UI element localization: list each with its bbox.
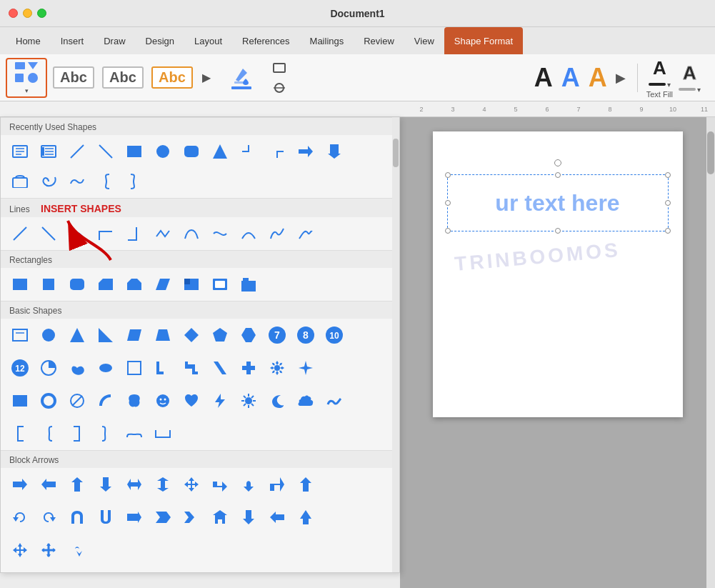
shape-line[interactable] (6, 220, 34, 247)
shape-basic-text[interactable] (6, 322, 34, 349)
shape-trapezoid[interactable] (149, 322, 176, 349)
shape-diagonal-stripe[interactable] (206, 354, 234, 382)
shape-gear[interactable] (264, 354, 291, 382)
shape-frame[interactable] (206, 271, 234, 298)
shape-arrow-down[interactable] (321, 138, 348, 165)
tab-home[interactable]: Home (6, 27, 51, 54)
shape-arrow-u-turn[interactable] (235, 471, 262, 498)
shape-textbox[interactable] (6, 138, 34, 165)
shape-frame2[interactable] (92, 354, 119, 382)
tab-references[interactable]: References (232, 27, 299, 54)
shape-list[interactable] (35, 138, 62, 165)
resize-handle-tc[interactable] (555, 172, 561, 178)
shape-rounded-rect[interactable] (178, 138, 205, 165)
shape-arrow-4way2[interactable] (6, 537, 34, 564)
shape-arrow-u2[interactable] (92, 504, 119, 531)
shape-bracket-l[interactable] (6, 420, 34, 447)
shape-sun[interactable] (235, 387, 262, 414)
shape-arrow-elbow[interactable] (206, 471, 234, 498)
shape-rect-corner[interactable] (178, 271, 205, 298)
shape-curved-2[interactable] (178, 220, 205, 247)
shape-rect-outline[interactable] (121, 354, 148, 382)
abc-style-3[interactable]: Abc (149, 58, 196, 98)
shape-arrow-right-block[interactable] (6, 471, 34, 498)
shape-bracket-r[interactable] (64, 420, 91, 447)
vertical-scrollbar[interactable] (706, 117, 715, 588)
shape-rect-diagonal[interactable] (149, 271, 176, 298)
shape-brace-r[interactable] (92, 420, 119, 447)
tab-review[interactable]: Review (354, 27, 404, 54)
shape-arrow-wide[interactable] (121, 504, 148, 531)
shape-num7[interactable]: 7 (264, 322, 291, 349)
shape-arrow-up2[interactable] (292, 471, 319, 498)
shape-arrow-funnel[interactable] (206, 504, 234, 531)
shape-line-2[interactable] (35, 220, 62, 247)
text-style-blue[interactable]: A (561, 63, 580, 93)
scrollbar-thumb[interactable] (707, 131, 714, 174)
text-style-black[interactable]: A (534, 63, 553, 93)
abc-style-2[interactable]: Abc (99, 58, 146, 98)
shape-curved-line[interactable] (64, 220, 91, 247)
styles-more-button[interactable]: ▶ (198, 58, 215, 98)
shape-hexagon[interactable] (235, 322, 262, 349)
minimize-button[interactable] (23, 9, 32, 18)
tab-draw[interactable]: Draw (94, 27, 135, 54)
text-fill-group[interactable]: A ▾ Text Fill (646, 57, 673, 99)
shape-bracket2[interactable] (149, 420, 176, 447)
resize-handle-bl[interactable] (445, 228, 451, 234)
text-outline-group[interactable]: A ▾ (679, 62, 701, 94)
shape-rect-fill[interactable] (6, 271, 34, 298)
shape-arrow-uturn2[interactable] (64, 504, 91, 531)
tab-shape-format[interactable]: Shape Format (444, 27, 523, 54)
shape-circle-fill[interactable] (35, 322, 62, 349)
shape-arrow-chevron2[interactable] (178, 504, 205, 531)
shape-freeform[interactable] (264, 220, 291, 247)
shape-num12[interactable]: 12 (6, 354, 34, 382)
shapes-scrollbar[interactable] (392, 117, 399, 572)
shape-arrow-left2[interactable] (264, 504, 291, 531)
shape-cloud[interactable] (292, 387, 319, 414)
shape-circle[interactable] (149, 138, 176, 165)
resize-handle-tl[interactable] (445, 172, 451, 178)
shape-zigzag[interactable] (149, 220, 176, 247)
shape-star4[interactable] (292, 354, 319, 382)
tab-insert[interactable]: Insert (51, 27, 94, 54)
maximize-button[interactable] (37, 9, 46, 18)
shape-arrow-down-block[interactable] (92, 471, 119, 498)
resize-handle-ml[interactable] (445, 200, 451, 206)
abc-style-1[interactable]: Abc (50, 58, 97, 98)
shape-rectangle[interactable] (121, 138, 148, 165)
shape-wavy[interactable] (64, 168, 91, 195)
shape-elbow-connector[interactable] (235, 138, 262, 165)
shape-effects-button[interactable] (264, 79, 295, 96)
shape-rect-snip[interactable] (92, 271, 119, 298)
shape-rounded-rect-2[interactable] (6, 168, 34, 195)
shape-triangle[interactable] (206, 138, 234, 165)
shape-arrow-down2[interactable] (235, 504, 262, 531)
shape-irregular[interactable] (121, 387, 148, 414)
shape-heart[interactable] (178, 387, 205, 414)
shape-brace-l[interactable] (35, 420, 62, 447)
shape-brace-right[interactable] (121, 168, 148, 195)
shape-ring[interactable] (35, 387, 62, 414)
shape-line-diagonal[interactable] (64, 138, 91, 165)
shape-arc2[interactable] (92, 387, 119, 414)
shape-wave[interactable] (321, 387, 348, 414)
shape-arrow-ccw[interactable] (6, 504, 34, 531)
shape-pentagon[interactable] (206, 322, 234, 349)
shape-arrow-uturn3[interactable] (64, 537, 91, 564)
shape-diamond[interactable] (178, 322, 205, 349)
shape-lightning[interactable] (206, 387, 234, 414)
resize-handle-bc[interactable] (555, 228, 561, 234)
resize-handle-tr[interactable] (665, 172, 671, 178)
shape-arrow-up-block[interactable] (64, 471, 91, 498)
resize-handle-mr[interactable] (665, 200, 671, 206)
shape-arrow-chevron[interactable] (149, 504, 176, 531)
shape-brace2[interactable] (121, 420, 148, 447)
tab-layout[interactable]: Layout (184, 27, 232, 54)
shape-fill-button[interactable] (224, 59, 259, 97)
shape-arc[interactable] (235, 220, 262, 247)
tab-design[interactable]: Design (136, 27, 184, 54)
shape-arrow-cw[interactable] (35, 504, 62, 531)
text-fill-dropdown[interactable]: ▾ (667, 81, 671, 89)
